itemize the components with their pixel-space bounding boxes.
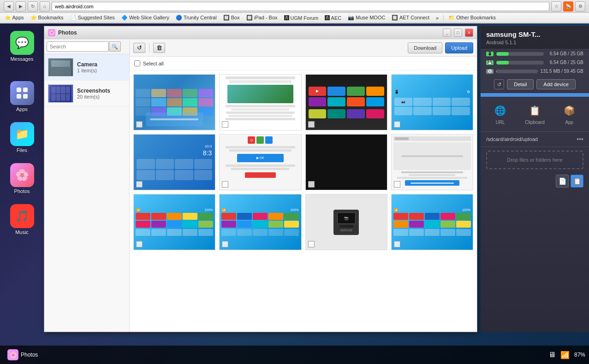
window-titlebar: 🌸 Photos _ □ ✕ bbox=[44, 26, 477, 39]
photos-window-title: Photos bbox=[58, 29, 440, 36]
photo-item[interactable] bbox=[305, 134, 387, 190]
device-actions: ↺ Detail Add device bbox=[481, 76, 589, 93]
photo-item[interactable]: 📱 ⚙ 📷 bbox=[391, 74, 473, 130]
bookmark-other[interactable]: 📁 Other Bookmarks bbox=[446, 14, 499, 22]
sidebar-item-messages[interactable]: 💬 Messages bbox=[4, 28, 41, 65]
photo-checkbox-11[interactable] bbox=[308, 241, 315, 247]
photo-checkbox-2[interactable] bbox=[222, 121, 228, 128]
upload-file-button[interactable]: 📄 bbox=[556, 175, 569, 188]
function-row: 🌐 URL 📋 Clipboard 📦 App bbox=[481, 97, 589, 132]
camera-album-count: 1 item(s) bbox=[77, 68, 125, 73]
storage-bar-fill-1 bbox=[496, 52, 509, 56]
photo-checkbox-8[interactable] bbox=[394, 181, 400, 188]
add-device-button[interactable]: Add device bbox=[536, 79, 575, 89]
sidebar-item-photos[interactable]: 🌸 Photos bbox=[4, 160, 41, 197]
photo-item[interactable]: 📷 AirDroid bbox=[305, 194, 387, 250]
camera-album-name: Camera bbox=[77, 61, 125, 68]
drop-zone[interactable]: Drop files or folders here bbox=[486, 151, 583, 169]
storage-text-2: 6.54 GB / 25 GB bbox=[547, 60, 583, 65]
photo-checkbox-9[interactable] bbox=[136, 241, 143, 247]
photo-checkbox-1[interactable] bbox=[136, 121, 143, 128]
bookmark-trunity[interactable]: 🔵 Trunity Central bbox=[173, 14, 220, 22]
storage-bar-fill-2 bbox=[496, 61, 509, 65]
sidebar-item-music[interactable]: 🎵 Music bbox=[4, 201, 41, 238]
bookmark-bookmarks[interactable]: ⭐ Bookmarks bbox=[28, 14, 66, 22]
battery-level: 87% bbox=[574, 352, 585, 358]
close-button[interactable]: ✕ bbox=[465, 29, 473, 37]
bookmark-more[interactable]: » bbox=[433, 14, 441, 22]
photo-checkbox-10[interactable] bbox=[222, 241, 228, 247]
photo-item[interactable]: 📶100% bbox=[391, 194, 473, 250]
delete-photos-button[interactable]: 🗑 bbox=[153, 43, 165, 53]
storage-icon-1: 📱 bbox=[486, 52, 494, 56]
photo-item[interactable]: ▶ bbox=[305, 74, 387, 130]
storage-row-3: 💿 131.5 MB / 59.45 GB bbox=[481, 67, 589, 76]
select-all-checkbox[interactable] bbox=[134, 60, 140, 66]
minimize-button[interactable]: _ bbox=[443, 29, 451, 37]
photo-checkbox-4[interactable] bbox=[394, 121, 400, 128]
photo-checkbox-6[interactable] bbox=[222, 181, 228, 188]
detail-button[interactable]: Detail bbox=[507, 79, 534, 89]
address-bar[interactable]: web.airdroid.com bbox=[52, 2, 549, 11]
storage-bar-1 bbox=[496, 52, 544, 56]
taskbar-photos[interactable]: 🌸 Photos bbox=[4, 348, 42, 362]
album-camera[interactable]: Camera 1 item(s) bbox=[44, 54, 129, 81]
forward-button[interactable]: ▶ bbox=[16, 1, 26, 12]
settings-icon[interactable]: ⚙ bbox=[575, 1, 585, 12]
bookmark-box[interactable]: 🔲 Box bbox=[220, 14, 243, 22]
url-function[interactable]: 🌐 URL bbox=[490, 101, 511, 127]
storage-row-1: 📱 6.54 GB / 25 GB bbox=[481, 49, 589, 58]
svg-rect-2 bbox=[17, 94, 21, 99]
clipboard-label: Clipboard bbox=[525, 120, 545, 125]
photo-item[interactable]: 📶100% bbox=[133, 194, 215, 250]
back-button[interactable]: ◀ bbox=[4, 1, 14, 12]
select-all-label: Select all bbox=[143, 61, 164, 66]
refresh-button[interactable]: ↻ bbox=[28, 1, 38, 12]
photo-thumb-9: 📶100% bbox=[134, 194, 215, 250]
bookmark-suggested[interactable]: 📄 Suggested Sites bbox=[67, 14, 118, 22]
photo-item[interactable]: O ▶ OK bbox=[219, 134, 301, 190]
bookmark-webslice[interactable]: 🔷 Web Slice Gallery bbox=[119, 14, 172, 22]
window-body: 🔍 Camera 1 item(s) bbox=[44, 39, 477, 332]
maximize-button[interactable]: □ bbox=[454, 29, 462, 37]
bookmark-ipad-box[interactable]: 🔲 iPad - Box bbox=[244, 14, 280, 22]
bookmark-apps[interactable]: ⭐ Apps bbox=[2, 14, 27, 22]
sidebar-item-files[interactable]: 📁 Files bbox=[4, 119, 41, 156]
search-button[interactable]: 🔍 bbox=[109, 41, 121, 52]
photo-checkbox-5[interactable] bbox=[136, 181, 143, 188]
clipboard-function[interactable]: 📋 Clipboard bbox=[522, 101, 547, 127]
apps-icon bbox=[10, 81, 34, 105]
photo-item[interactable] bbox=[391, 134, 473, 190]
bookmark-muse[interactable]: 📷 Muse MOOC bbox=[345, 14, 388, 22]
home-button[interactable]: ⌂ bbox=[40, 1, 50, 12]
photo-item[interactable]: 📶100% bbox=[219, 194, 301, 250]
photo-item[interactable] bbox=[219, 74, 301, 130]
download-button[interactable]: Download bbox=[408, 42, 442, 53]
photos-window: 🌸 Photos _ □ ✕ 🔍 bbox=[44, 26, 477, 332]
search-input[interactable] bbox=[47, 41, 109, 52]
sidebar-item-apps[interactable]: Apps bbox=[4, 78, 41, 115]
upload-button[interactable]: Upload bbox=[445, 42, 473, 53]
refresh-photos-button[interactable]: ↺ bbox=[133, 43, 145, 53]
photo-checkbox-7[interactable] bbox=[308, 181, 315, 188]
upload-folder-button[interactable]: 📋 bbox=[571, 175, 583, 188]
rss-icon[interactable]: 📡 bbox=[563, 1, 573, 12]
star-icon[interactable]: ☆ bbox=[551, 1, 561, 12]
photo-checkbox-12[interactable] bbox=[394, 241, 400, 247]
photo-thumb-12: 📶100% bbox=[392, 194, 473, 250]
select-all-row: Select all bbox=[130, 57, 477, 70]
app-function[interactable]: 📦 App bbox=[559, 101, 579, 127]
photo-thumb-11: 📷 AirDroid bbox=[306, 194, 387, 250]
photo-grid: ▶ bbox=[130, 70, 477, 332]
svg-rect-3 bbox=[23, 94, 28, 99]
bookmark-ugm[interactable]: 🅰 UGM Forum bbox=[281, 14, 321, 22]
refresh-device-button[interactable]: ↺ bbox=[494, 79, 504, 89]
photo-item[interactable] bbox=[133, 74, 215, 130]
photo-item[interactable]: 10:3 8:3 bbox=[133, 134, 215, 190]
bookmark-aet[interactable]: 🔲 AET Connect bbox=[389, 14, 432, 22]
browser-titlebar: ◀ ▶ ↻ ⌂ web.airdroid.com ☆ 📡 ⚙ bbox=[0, 0, 589, 13]
photo-checkbox-3[interactable] bbox=[308, 121, 315, 128]
album-screenshots[interactable]: Screenshots 20 item(s) bbox=[44, 81, 129, 107]
bookmark-aec[interactable]: 🅰 AEC bbox=[322, 14, 344, 22]
path-menu-button[interactable]: ••• bbox=[577, 135, 583, 143]
